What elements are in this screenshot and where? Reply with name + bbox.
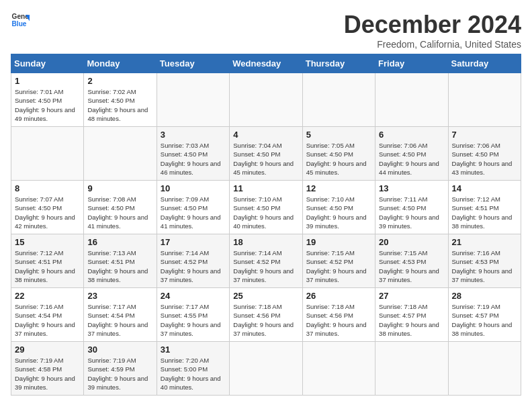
calendar-cell: 15Sunrise: 7:12 AMSunset: 4:51 PMDayligh… <box>11 234 84 288</box>
day-info: Sunrise: 7:18 AMSunset: 4:56 PMDaylight:… <box>306 302 371 338</box>
day-info: Sunrise: 7:01 AMSunset: 4:50 PMDaylight:… <box>15 87 80 123</box>
calendar-week-row: 3Sunrise: 7:03 AMSunset: 4:50 PMDaylight… <box>11 127 521 181</box>
day-info: Sunrise: 7:12 AMSunset: 4:51 PMDaylight:… <box>452 195 517 230</box>
day-info: Sunrise: 7:17 AMSunset: 4:54 PMDaylight:… <box>87 302 152 338</box>
day-info: Sunrise: 7:18 AMSunset: 4:57 PMDaylight:… <box>379 302 444 338</box>
day-number: 16 <box>87 237 152 247</box>
day-info: Sunrise: 7:20 AMSunset: 5:00 PMDaylight:… <box>161 356 226 392</box>
calendar-cell <box>448 342 521 396</box>
calendar-cell <box>84 127 157 181</box>
title-block: December 2024 Freedom, California, Unite… <box>344 11 521 50</box>
calendar-cell: 29Sunrise: 7:19 AMSunset: 4:58 PMDayligh… <box>11 342 84 396</box>
day-info: Sunrise: 7:17 AMSunset: 4:55 PMDaylight:… <box>161 302 226 338</box>
calendar-cell: 28Sunrise: 7:19 AMSunset: 4:57 PMDayligh… <box>448 288 521 342</box>
day-info: Sunrise: 7:11 AMSunset: 4:50 PMDaylight:… <box>379 195 444 230</box>
day-number: 19 <box>306 237 371 247</box>
day-info: Sunrise: 7:07 AMSunset: 4:50 PMDaylight:… <box>15 195 80 230</box>
calendar-cell: 2Sunrise: 7:02 AMSunset: 4:50 PMDaylight… <box>84 73 157 127</box>
calendar-cell: 17Sunrise: 7:14 AMSunset: 4:52 PMDayligh… <box>157 234 229 288</box>
day-info: Sunrise: 7:14 AMSunset: 4:52 PMDaylight:… <box>161 248 226 284</box>
day-info: Sunrise: 7:19 AMSunset: 4:59 PMDaylight:… <box>87 356 152 392</box>
day-info: Sunrise: 7:13 AMSunset: 4:51 PMDaylight:… <box>87 248 152 284</box>
calendar-cell: 23Sunrise: 7:17 AMSunset: 4:54 PMDayligh… <box>84 288 157 342</box>
day-number: 4 <box>233 130 298 140</box>
day-number: 14 <box>452 183 517 193</box>
calendar-cell: 4Sunrise: 7:04 AMSunset: 4:50 PMDaylight… <box>230 127 302 181</box>
logo-icon: General Blue <box>11 11 30 30</box>
day-number: 13 <box>379 183 444 193</box>
calendar-cell <box>375 73 448 127</box>
calendar-week-row: 1Sunrise: 7:01 AMSunset: 4:50 PMDaylight… <box>11 73 521 127</box>
day-number: 30 <box>87 345 152 355</box>
calendar-week-row: 29Sunrise: 7:19 AMSunset: 4:58 PMDayligh… <box>11 342 521 396</box>
day-info: Sunrise: 7:09 AMSunset: 4:50 PMDaylight:… <box>161 195 226 230</box>
calendar-cell <box>302 73 375 127</box>
day-number: 22 <box>15 291 80 301</box>
calendar-cell <box>230 73 302 127</box>
day-number: 2 <box>87 76 152 86</box>
calendar-cell: 30Sunrise: 7:19 AMSunset: 4:59 PMDayligh… <box>84 342 157 396</box>
day-info: Sunrise: 7:12 AMSunset: 4:51 PMDaylight:… <box>15 248 80 284</box>
day-number: 3 <box>161 130 226 140</box>
day-info: Sunrise: 7:19 AMSunset: 4:58 PMDaylight:… <box>15 356 80 392</box>
day-info: Sunrise: 7:15 AMSunset: 4:53 PMDaylight:… <box>379 248 444 284</box>
day-number: 24 <box>161 291 226 301</box>
col-header-wednesday: Wednesday <box>230 54 302 73</box>
day-number: 26 <box>306 291 371 301</box>
day-number: 5 <box>306 130 371 140</box>
calendar-cell <box>448 73 521 127</box>
day-number: 27 <box>379 291 444 301</box>
calendar-cell: 13Sunrise: 7:11 AMSunset: 4:50 PMDayligh… <box>375 181 448 234</box>
day-info: Sunrise: 7:19 AMSunset: 4:57 PMDaylight:… <box>452 302 517 338</box>
day-number: 20 <box>379 237 444 247</box>
day-info: Sunrise: 7:08 AMSunset: 4:50 PMDaylight:… <box>87 195 152 230</box>
calendar-cell <box>302 342 375 396</box>
calendar-cell: 19Sunrise: 7:15 AMSunset: 4:52 PMDayligh… <box>302 234 375 288</box>
day-number: 29 <box>15 345 80 355</box>
col-header-monday: Monday <box>84 54 157 73</box>
day-number: 12 <box>306 183 371 193</box>
day-number: 18 <box>233 237 298 247</box>
day-number: 11 <box>233 183 298 193</box>
calendar-table: SundayMondayTuesdayWednesdayThursdayFrid… <box>11 54 521 396</box>
day-info: Sunrise: 7:10 AMSunset: 4:50 PMDaylight:… <box>233 195 298 230</box>
calendar-cell: 16Sunrise: 7:13 AMSunset: 4:51 PMDayligh… <box>84 234 157 288</box>
day-number: 21 <box>452 237 517 247</box>
day-info: Sunrise: 7:05 AMSunset: 4:50 PMDaylight:… <box>306 141 371 177</box>
calendar-cell: 26Sunrise: 7:18 AMSunset: 4:56 PMDayligh… <box>302 288 375 342</box>
calendar-cell: 25Sunrise: 7:18 AMSunset: 4:56 PMDayligh… <box>230 288 302 342</box>
calendar-cell: 3Sunrise: 7:03 AMSunset: 4:50 PMDaylight… <box>157 127 229 181</box>
calendar-week-row: 8Sunrise: 7:07 AMSunset: 4:50 PMDaylight… <box>11 181 521 234</box>
calendar-header-row: SundayMondayTuesdayWednesdayThursdayFrid… <box>11 54 521 73</box>
calendar-week-row: 15Sunrise: 7:12 AMSunset: 4:51 PMDayligh… <box>11 234 521 288</box>
col-header-tuesday: Tuesday <box>157 54 229 73</box>
col-header-thursday: Thursday <box>302 54 375 73</box>
calendar-cell: 20Sunrise: 7:15 AMSunset: 4:53 PMDayligh… <box>375 234 448 288</box>
day-info: Sunrise: 7:16 AMSunset: 4:53 PMDaylight:… <box>452 248 517 284</box>
day-number: 23 <box>87 291 152 301</box>
calendar-cell: 8Sunrise: 7:07 AMSunset: 4:50 PMDaylight… <box>11 181 84 234</box>
day-info: Sunrise: 7:10 AMSunset: 4:50 PMDaylight:… <box>306 195 371 230</box>
calendar-cell: 7Sunrise: 7:06 AMSunset: 4:50 PMDaylight… <box>448 127 521 181</box>
day-number: 9 <box>87 183 152 193</box>
calendar-week-row: 22Sunrise: 7:16 AMSunset: 4:54 PMDayligh… <box>11 288 521 342</box>
day-number: 17 <box>161 237 226 247</box>
day-info: Sunrise: 7:06 AMSunset: 4:50 PMDaylight:… <box>379 141 444 177</box>
day-info: Sunrise: 7:02 AMSunset: 4:50 PMDaylight:… <box>87 87 152 123</box>
day-number: 10 <box>161 183 226 193</box>
day-number: 1 <box>15 76 80 86</box>
day-info: Sunrise: 7:14 AMSunset: 4:52 PMDaylight:… <box>233 248 298 284</box>
day-info: Sunrise: 7:03 AMSunset: 4:50 PMDaylight:… <box>161 141 226 177</box>
col-header-saturday: Saturday <box>448 54 521 73</box>
calendar-cell <box>230 342 302 396</box>
calendar-cell: 12Sunrise: 7:10 AMSunset: 4:50 PMDayligh… <box>302 181 375 234</box>
calendar-cell: 6Sunrise: 7:06 AMSunset: 4:50 PMDaylight… <box>375 127 448 181</box>
day-info: Sunrise: 7:06 AMSunset: 4:50 PMDaylight:… <box>452 141 517 177</box>
month-title: December 2024 <box>344 11 521 39</box>
day-info: Sunrise: 7:18 AMSunset: 4:56 PMDaylight:… <box>233 302 298 338</box>
calendar-cell: 5Sunrise: 7:05 AMSunset: 4:50 PMDaylight… <box>302 127 375 181</box>
logo: General Blue <box>11 11 30 30</box>
calendar-cell <box>375 342 448 396</box>
location-subtitle: Freedom, California, United States <box>344 39 521 50</box>
calendar-cell: 27Sunrise: 7:18 AMSunset: 4:57 PMDayligh… <box>375 288 448 342</box>
